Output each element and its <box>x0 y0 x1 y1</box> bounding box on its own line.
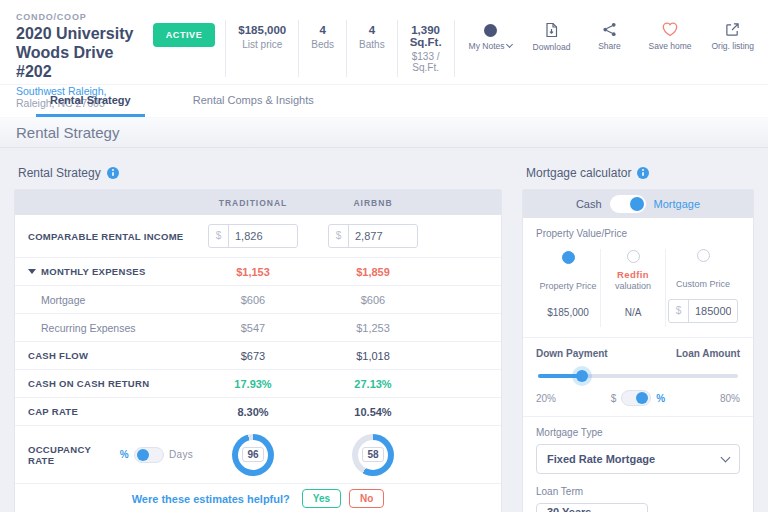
table-row-occupancy-rate: OCCUPANCY RATE % Days 96 58 <box>15 425 501 483</box>
percent-mode-label[interactable]: % <box>120 449 129 460</box>
property-price-options: Property Price $185,000 Redfin valuation… <box>536 249 740 327</box>
airbnb-income-input-group: $ <box>328 224 418 248</box>
status-badge: ACTIVE <box>153 23 216 47</box>
dollar-percent-toggle[interactable] <box>621 390 651 406</box>
property-value-price-label: Property Value/Price <box>536 228 740 239</box>
table-header-row: TRADITIONAL AIRBNB <box>15 190 501 215</box>
download-pdf-icon <box>544 22 559 38</box>
mortgage-calculator-section-label: Mortgage calculator <box>526 166 754 180</box>
property-header: CONDO/COOP 2020 University Woods Drive #… <box>0 0 768 84</box>
tab-bar: Rental Strategy Rental Comps & Insights <box>0 84 768 117</box>
cash-mortgage-toggle[interactable] <box>610 195 646 213</box>
loan-term-label: Loan Term <box>536 486 740 497</box>
cash-label[interactable]: Cash <box>576 198 602 210</box>
mortgage-type-select[interactable]: Fixed Rate Mortgage <box>536 444 740 474</box>
stat-sqft: 1,390 Sq.Ft. $133 / Sq.Ft. <box>397 20 455 77</box>
feedback-question: Were these estimates helpful? <box>132 493 290 505</box>
dollar-prefix: $ <box>209 225 229 247</box>
stat-baths: 4 Baths <box>346 20 397 77</box>
radio-property-price[interactable] <box>562 251 575 264</box>
stat-beds: 4 Beds <box>298 20 346 77</box>
stat-list-price: $185,000 List price <box>225 20 298 77</box>
airbnb-income-input[interactable] <box>349 230 417 242</box>
info-icon[interactable] <box>637 167 649 179</box>
mortgage-type-label: Mortgage Type <box>536 427 740 438</box>
dollar-prefix: $ <box>669 300 689 322</box>
percent-mode-label[interactable]: % <box>656 393 665 404</box>
down-payment-min: 20% <box>536 393 556 404</box>
traditional-income-input[interactable] <box>229 230 297 242</box>
chevron-down-icon <box>506 41 513 48</box>
loan-amount-label: Loan Amount <box>676 348 740 359</box>
dollar-mode-label[interactable]: $ <box>611 393 617 404</box>
table-row-cash-flow: CASH FLOW $673 $1,018 <box>15 341 501 369</box>
table-row-cash-on-cash-return: CASH ON CASH RETURN 17.93% 27.13% <box>15 369 501 397</box>
feedback-yes-button[interactable]: Yes <box>302 489 341 508</box>
orig-listing-button[interactable]: Orig. listing <box>711 22 754 52</box>
estimates-feedback-row: Were these estimates helpful? Yes No <box>15 483 501 512</box>
info-icon[interactable] <box>107 167 119 179</box>
my-notes-button[interactable]: My Notes <box>469 22 513 52</box>
redfin-logo: Redfin <box>615 269 651 281</box>
occupancy-pct-days-toggle[interactable] <box>134 447 164 463</box>
property-type-label: CONDO/COOP <box>16 12 143 22</box>
heart-icon <box>662 22 678 37</box>
days-mode-label[interactable]: Days <box>169 449 193 460</box>
rental-strategy-section-label: Rental Strategy <box>18 166 502 180</box>
property-title: 2020 University Woods Drive #202 <box>16 25 143 82</box>
table-row-cap-rate: CAP RATE 8.30% 10.54% <box>15 397 501 425</box>
tab-rental-strategy[interactable]: Rental Strategy <box>36 85 145 117</box>
table-row-recurring-expenses: Recurring Expenses $547 $1,253 <box>15 313 501 341</box>
column-traditional: TRADITIONAL <box>193 198 313 208</box>
down-payment-slider-knob[interactable] <box>576 370 588 382</box>
dollar-prefix: $ <box>329 225 349 247</box>
table-row-mortgage: Mortgage $606 $606 <box>15 285 501 313</box>
share-icon <box>602 22 617 37</box>
column-airbnb: AIRBNB <box>313 198 433 208</box>
table-row-comparable-rental-income: COMPARABLE RENTAL INCOME $ $ <box>15 215 501 257</box>
radio-redfin-valuation[interactable] <box>627 250 640 263</box>
down-payment-slider[interactable] <box>538 374 738 378</box>
download-button[interactable]: Download <box>532 22 570 52</box>
mortgage-label[interactable]: Mortgage <box>654 198 700 210</box>
traditional-income-input-group: $ <box>208 224 298 248</box>
cash-mortgage-toggle-bar: Cash Mortgage <box>523 190 753 218</box>
down-payment-label: Down Payment <box>536 348 608 359</box>
share-button[interactable]: Share <box>590 22 628 52</box>
loan-amount-max: 80% <box>720 393 740 404</box>
rental-strategy-card: TRADITIONAL AIRBNB COMPARABLE RENTAL INC… <box>14 189 502 512</box>
table-row-monthly-expenses[interactable]: MONTHLY EXPENSES $1,153 $1,859 <box>15 257 501 285</box>
chevron-down-icon <box>721 452 731 462</box>
collapse-caret-icon <box>28 269 36 274</box>
option-custom-price[interactable]: Custom Price $ <box>665 249 740 327</box>
occupancy-donut-traditional: 96 <box>232 434 274 476</box>
occupancy-donut-airbnb: 58 <box>352 434 394 476</box>
page-title: Rental Strategy <box>16 124 752 141</box>
option-redfin-valuation[interactable]: Redfin valuation N/A <box>600 249 665 327</box>
option-property-price[interactable]: Property Price $185,000 <box>536 249 600 327</box>
tab-rental-comps-insights[interactable]: Rental Comps & Insights <box>179 85 328 117</box>
loan-term-select[interactable]: 30 Years Fixed <box>536 503 648 512</box>
external-link-icon <box>725 22 740 37</box>
radio-custom-price[interactable] <box>697 249 710 262</box>
custom-price-input[interactable] <box>689 305 737 317</box>
notes-icon <box>484 24 497 37</box>
feedback-no-button[interactable]: No <box>349 489 384 508</box>
custom-price-input-group: $ <box>668 299 738 323</box>
save-home-button[interactable]: Save home <box>648 22 691 52</box>
property-stats: $185,000 List price 4 Beds 4 Baths 1,390… <box>225 20 454 77</box>
page-title-band: Rental Strategy <box>0 117 768 148</box>
mortgage-calculator-card: Cash Mortgage Property Value/Price Prope… <box>522 189 754 512</box>
